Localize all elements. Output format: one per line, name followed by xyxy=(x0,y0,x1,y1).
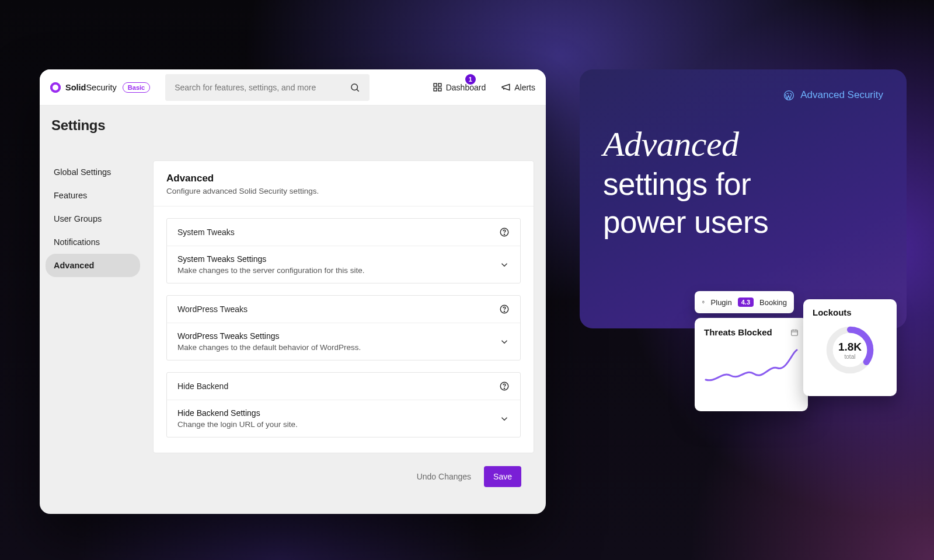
donut-center: 1.8K total xyxy=(838,341,862,360)
nav-dashboard[interactable]: Dashboard 1 xyxy=(433,82,486,92)
promo-headline: Advanced settings for power users xyxy=(603,123,883,242)
card-expand-system-tweaks[interactable]: System Tweaks Settings Make changes to t… xyxy=(167,246,520,283)
save-button[interactable]: Save xyxy=(484,466,521,487)
lockouts-value: 1.8K xyxy=(838,341,862,354)
brand-name-bold: Solid xyxy=(65,83,86,92)
card-header-wordpress-tweaks: WordPress Tweaks xyxy=(167,296,520,323)
sidebar-item-features[interactable]: Features xyxy=(46,184,140,207)
stat-plugin-extra: Booking xyxy=(759,298,787,307)
wordpress-icon xyxy=(783,90,794,101)
panel-title: Advanced xyxy=(166,173,521,184)
svg-point-7 xyxy=(504,234,504,235)
svg-rect-5 xyxy=(434,88,437,91)
stat-plugin-label: Plugin xyxy=(711,298,732,307)
card-desc: Change the login URL of your site. xyxy=(177,420,298,429)
promo-top-label: Advanced Security xyxy=(800,89,883,101)
dashboard-icon xyxy=(433,82,442,92)
nav-alerts[interactable]: Alerts xyxy=(501,82,535,92)
card-header-system-tweaks: System Tweaks xyxy=(167,219,520,246)
stat-lockouts-title: Lockouts xyxy=(813,307,887,317)
card-system-tweaks: System Tweaks System Tweaks Settings Mak… xyxy=(166,218,521,284)
settings-main: Advanced Configure advanced Solid Securi… xyxy=(146,146,546,514)
settings-footer: Undo Changes Save xyxy=(153,453,534,500)
promo-header: Advanced Security xyxy=(603,89,883,101)
content-area: Global Settings Features User Groups Not… xyxy=(40,146,546,514)
panel-body: System Tweaks System Tweaks Settings Mak… xyxy=(154,206,534,453)
topbar-nav: Dashboard 1 Alerts xyxy=(433,82,535,92)
svg-line-1 xyxy=(357,89,359,91)
card-expand-wordpress-tweaks[interactable]: WordPress Tweaks Settings Make changes t… xyxy=(167,323,520,360)
stat-plugin-version: 4.3 xyxy=(738,298,754,307)
help-icon[interactable] xyxy=(499,381,510,391)
nav-alerts-label: Alerts xyxy=(514,83,535,92)
logo-mark-icon xyxy=(50,82,61,93)
lockouts-sub: total xyxy=(838,354,862,360)
megaphone-icon xyxy=(501,82,511,92)
card-hide-backend: Hide Backend Hide Backend Settings Chang… xyxy=(166,372,521,438)
search-icon xyxy=(350,82,360,93)
app-window: SolidSecurity Basic Dashboard 1 Alerts S… xyxy=(40,69,546,514)
brand-logo: SolidSecurity Basic xyxy=(50,82,150,93)
panel-subtitle: Configure advanced Solid Security settin… xyxy=(166,187,521,195)
help-icon[interactable] xyxy=(499,304,510,314)
top-bar: SolidSecurity Basic Dashboard 1 Alerts xyxy=(40,69,546,106)
card-wordpress-tweaks: WordPress Tweaks WordPress Tweaks Settin… xyxy=(166,295,521,360)
plug-icon xyxy=(702,298,705,306)
sidebar-item-advanced[interactable]: Advanced xyxy=(46,254,140,277)
card-subtitle: Hide Backend Settings xyxy=(177,408,298,418)
chevron-down-icon xyxy=(499,414,510,424)
settings-sidebar: Global Settings Features User Groups Not… xyxy=(40,146,146,514)
sidebar-item-user-groups[interactable]: User Groups xyxy=(46,207,140,230)
stat-threats-title: Threats Blocked xyxy=(704,327,772,337)
card-title-wordpress-tweaks: WordPress Tweaks xyxy=(177,304,248,314)
svg-point-9 xyxy=(504,311,504,312)
calendar-icon xyxy=(790,328,799,337)
card-subtitle: WordPress Tweaks Settings xyxy=(177,331,361,341)
promo-headline-emph: Advanced xyxy=(603,125,739,163)
search-input[interactable] xyxy=(175,83,350,92)
card-desc: Make changes to the default behavior of … xyxy=(177,343,361,352)
svg-rect-3 xyxy=(438,83,441,86)
card-expand-hide-backend[interactable]: Hide Backend Settings Change the login U… xyxy=(167,400,520,437)
nav-dashboard-label: Dashboard xyxy=(446,83,486,92)
card-desc: Make changes to the server configuration… xyxy=(177,266,364,275)
brand-name: SolidSecurity xyxy=(65,83,117,92)
stat-card-threats: Threats Blocked xyxy=(695,318,808,411)
card-subtitle: System Tweaks Settings xyxy=(177,254,364,264)
card-title-hide-backend: Hide Backend xyxy=(177,382,228,391)
help-icon[interactable] xyxy=(499,227,510,237)
chevron-down-icon xyxy=(499,337,510,347)
brand-name-thin: Security xyxy=(86,83,116,92)
svg-rect-2 xyxy=(434,83,437,86)
undo-changes-link[interactable]: Undo Changes xyxy=(417,472,471,481)
panel-header: Advanced Configure advanced Solid Securi… xyxy=(154,161,534,206)
sidebar-item-global-settings[interactable]: Global Settings xyxy=(46,160,140,184)
sidebar-item-notifications[interactable]: Notifications xyxy=(46,230,140,254)
plan-badge: Basic xyxy=(123,82,150,93)
svg-rect-13 xyxy=(792,330,798,335)
svg-point-11 xyxy=(504,388,504,388)
card-header-hide-backend: Hide Backend xyxy=(167,373,520,400)
advanced-panel: Advanced Configure advanced Solid Securi… xyxy=(153,160,534,453)
page-title: Settings xyxy=(40,106,546,146)
notification-badge: 1 xyxy=(465,74,476,85)
promo-headline-line1: settings for xyxy=(603,167,751,201)
stat-card-lockouts: Lockouts 1.8K total xyxy=(803,299,897,396)
svg-rect-4 xyxy=(438,88,441,91)
promo-panel: Advanced Security Advanced settings for … xyxy=(580,69,907,328)
chevron-down-icon xyxy=(499,260,510,270)
sparkline-chart xyxy=(704,348,799,388)
svg-point-0 xyxy=(351,84,358,90)
search-box[interactable] xyxy=(165,74,370,101)
stat-card-plugin: Plugin 4.3 Booking xyxy=(695,291,794,313)
promo-headline-line2: power users xyxy=(603,205,768,239)
card-title-system-tweaks: System Tweaks xyxy=(177,228,235,237)
